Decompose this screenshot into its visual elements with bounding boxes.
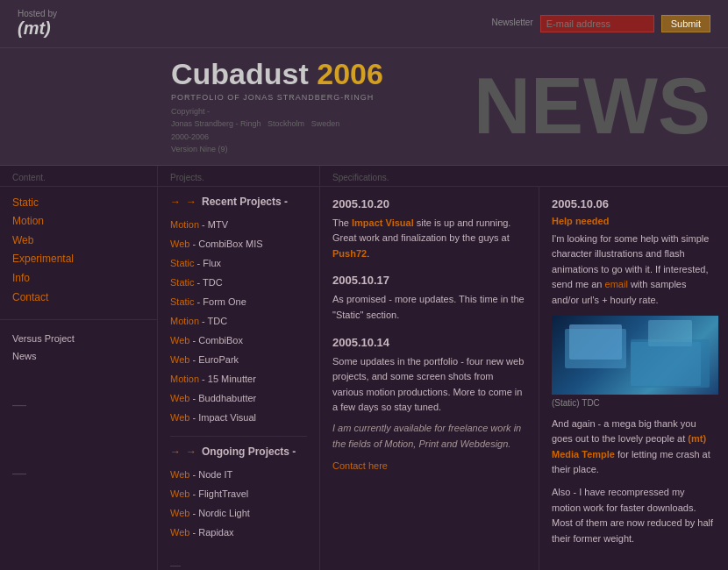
sidebar-item-web[interactable]: Web (12, 232, 145, 251)
list-item: Static - Form One (170, 292, 307, 311)
top-bar: Hosted by (mt) Newsletter Submit (0, 0, 728, 48)
list-item: Web - Nordic Light (170, 503, 307, 523)
newsletter-area: Newsletter Submit (492, 15, 711, 32)
mt-logo: (mt) (18, 18, 57, 39)
arrow-icon-2: → (186, 445, 196, 458)
hosted-by: Hosted by (mt) (18, 9, 57, 39)
arrow-icon: → (186, 196, 196, 208)
sidebar-extra: Versus Project News (0, 325, 157, 371)
sidebar-item-motion[interactable]: Motion (12, 212, 145, 232)
ongoing-projects-list: Web - Node IT Web - FlightTravel Web - N… (170, 465, 307, 542)
email-link[interactable]: email (605, 279, 628, 289)
list-item: Static - TDC (170, 273, 307, 292)
list-item: Web - Node IT (170, 465, 307, 484)
right-news-date: 2005.10.06 (552, 197, 716, 210)
list-item: Motion - 15 Minutter (170, 369, 307, 388)
news-date-3: 2005.10.14 (332, 336, 526, 349)
sidebar-item-static[interactable]: Static (12, 194, 145, 213)
news-date-1: 2005.10.20 (332, 197, 526, 210)
news-col-left: 2005.10.20 The Impact Visual site is up … (320, 187, 539, 570)
header-band: Cubadust 2006 PORTFOLIO OF JONAS STRANDB… (0, 48, 728, 166)
right-news-text2: And again - a mega big thank you goes ou… (552, 417, 716, 478)
list-item: Web - CombiBox MIS (170, 234, 307, 253)
projects-panel: Projects. → Recent Projects - Motion - M… (158, 166, 320, 570)
title-year: 2006 (317, 57, 383, 90)
copyright-years: 2000-2006 (171, 132, 209, 141)
newsletter-label: Newsletter (492, 18, 533, 27)
site-title-area: Cubadust 2006 PORTFOLIO OF JONAS STRANDB… (162, 57, 456, 156)
thumbnail-caption: (Static) TDC (552, 398, 716, 408)
list-item: Web - Rapidax (170, 523, 307, 542)
projects-panel-label: Projects. (158, 166, 320, 187)
list-item: Web - EuroPark (170, 350, 307, 369)
site-title: Cubadust 2006 (171, 57, 456, 91)
list-item: Web - Impact Visual (170, 408, 307, 427)
right-news-text1: I'm looking for some help with simple ch… (552, 232, 716, 309)
portfolio-sub: PORTFOLIO OF JONAS STRANDBERG-RINGH (171, 93, 456, 102)
news-text-2: As promised - more updates. This time in… (332, 292, 526, 323)
news-col-right: 2005.10.06 Help needed I'm looking for s… (539, 187, 728, 570)
list-item: Motion - MTV (170, 215, 307, 234)
news-entry-1: 2005.10.20 The Impact Visual site is up … (332, 197, 526, 262)
copyright-city: Stockholm (268, 119, 304, 128)
title-main: Cubadust (171, 57, 317, 90)
news-columns: 2005.10.20 The Impact Visual site is up … (320, 187, 728, 570)
sidebar-news[interactable]: News (12, 348, 145, 366)
sidebar-nav: Static Motion Web Experimental Info Cont… (0, 187, 158, 315)
right-news-text3: Also - I have recompressed my motion wor… (552, 485, 716, 546)
mt-link[interactable]: (mt) Media Temple (552, 433, 706, 460)
news-date-2: 2005.10.17 (332, 274, 526, 287)
news-entry-2: 2005.10.17 As promised - more updates. T… (332, 274, 526, 323)
contact-link[interactable]: Contact here (332, 460, 388, 471)
recent-projects-section: → Recent Projects - Motion - MTV Web - C… (158, 187, 319, 551)
sidebar-item-info[interactable]: Info (12, 269, 145, 289)
news-panel: Specifications. 2005.10.20 The Impact Vi… (320, 166, 728, 570)
list-item: Web - FlightTravel (170, 484, 307, 503)
news-panel-label: Specifications. (320, 166, 728, 187)
news-entry-3: 2005.10.14 Some updates in the portfolio… (332, 336, 526, 473)
content-area: Projects. → Recent Projects - Motion - M… (158, 166, 728, 570)
right-news-title: Help needed (552, 216, 716, 226)
news-text-3: Some updates in the portfolio - four new… (332, 354, 526, 416)
news-text-1: The Impact Visual site is up and running… (332, 216, 526, 262)
sidebar-item-experimental[interactable]: Experimental (12, 250, 145, 269)
sidebar-versus[interactable]: Versus Project (12, 331, 145, 348)
copyright-name: Jonas Strandberg - Ringh (171, 119, 261, 128)
main-layout: Content. Static Motion Web Experimental … (0, 166, 728, 570)
list-item: Static - Flux (170, 253, 307, 273)
list-item: Motion - TDC (170, 311, 307, 331)
version: Version Nine (9) (171, 145, 228, 153)
list-item: Web - Buddhabutter (170, 388, 307, 408)
news-text-3b: I am currently available for freelance w… (332, 421, 526, 452)
sidebar-section-label: Content. (0, 166, 157, 187)
email-input[interactable] (540, 15, 654, 32)
submit-button[interactable]: Submit (661, 15, 710, 32)
recent-projects-title: → Recent Projects - (170, 196, 307, 208)
copyright-country: Sweden (311, 119, 340, 128)
list-item: Web - CombiBox (170, 331, 307, 350)
recent-projects-list: Motion - MTV Web - CombiBox MIS Static -… (170, 215, 307, 427)
news-big-text: NEWS (474, 67, 710, 146)
copyright-label: Copyright - (171, 107, 210, 116)
sidebar-item-contact[interactable]: Contact (12, 289, 145, 308)
copyright-info: Copyright - Jonas Strandberg - Ringh Sto… (171, 105, 456, 156)
hosted-by-label: Hosted by (18, 9, 57, 18)
ongoing-projects-title: → Ongoing Projects - (170, 445, 307, 458)
sidebar: Content. Static Motion Web Experimental … (0, 166, 158, 570)
thumbnail (552, 316, 718, 395)
